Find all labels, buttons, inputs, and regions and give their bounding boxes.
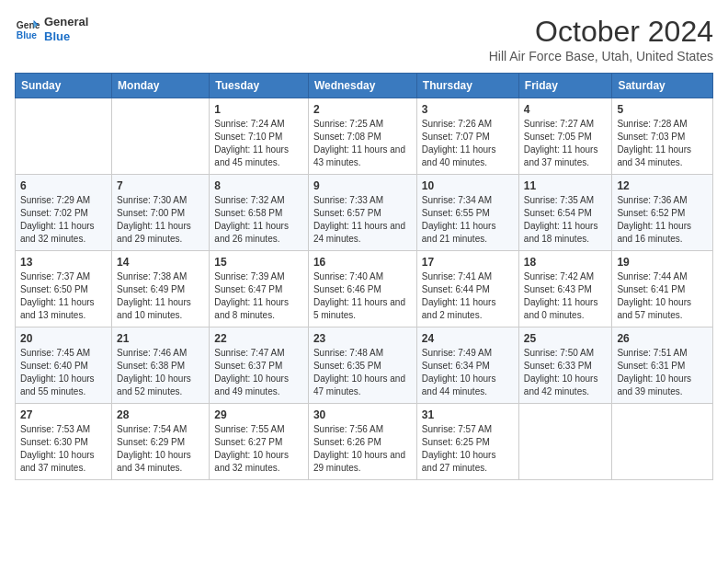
day-number: 24 (422, 332, 514, 345)
day-number: 18 (524, 256, 608, 269)
logo-line2: Blue (44, 29, 88, 44)
calendar-cell: 14Sunrise: 7:38 AM Sunset: 6:49 PM Dayli… (112, 251, 210, 327)
day-number: 4 (524, 103, 608, 116)
calendar-cell: 15Sunrise: 7:39 AM Sunset: 6:47 PM Dayli… (210, 251, 309, 327)
day-info: Sunrise: 7:47 AM Sunset: 6:37 PM Dayligh… (214, 347, 303, 398)
day-number: 10 (422, 179, 514, 192)
day-number: 26 (617, 332, 708, 345)
day-number: 9 (313, 179, 412, 192)
day-info: Sunrise: 7:25 AM Sunset: 7:08 PM Dayligh… (313, 118, 412, 169)
day-info: Sunrise: 7:42 AM Sunset: 6:43 PM Dayligh… (524, 270, 608, 322)
calendar-cell (612, 404, 713, 480)
calendar-cell: 16Sunrise: 7:40 AM Sunset: 6:46 PM Dayli… (308, 251, 416, 327)
day-number: 17 (422, 256, 514, 269)
calendar-cell: 31Sunrise: 7:57 AM Sunset: 6:25 PM Dayli… (416, 404, 518, 480)
calendar-cell: 24Sunrise: 7:49 AM Sunset: 6:34 PM Dayli… (416, 327, 518, 404)
header-thursday: Thursday (416, 74, 518, 98)
week-row-5: 27Sunrise: 7:53 AM Sunset: 6:30 PM Dayli… (16, 404, 713, 480)
day-info: Sunrise: 7:51 AM Sunset: 6:31 PM Dayligh… (617, 347, 708, 398)
calendar-cell: 25Sunrise: 7:50 AM Sunset: 6:33 PM Dayli… (518, 327, 612, 404)
day-number: 27 (20, 408, 107, 421)
calendar-cell: 1Sunrise: 7:24 AM Sunset: 7:10 PM Daylig… (210, 98, 309, 175)
calendar-cell: 12Sunrise: 7:36 AM Sunset: 6:52 PM Dayli… (612, 175, 713, 251)
calendar-cell: 7Sunrise: 7:30 AM Sunset: 7:00 PM Daylig… (112, 175, 210, 251)
header-sunday: Sunday (16, 74, 112, 98)
calendar-cell (518, 404, 612, 480)
day-info: Sunrise: 7:40 AM Sunset: 6:46 PM Dayligh… (313, 270, 412, 322)
calendar-cell: 22Sunrise: 7:47 AM Sunset: 6:37 PM Dayli… (210, 327, 309, 404)
calendar-cell: 18Sunrise: 7:42 AM Sunset: 6:43 PM Dayli… (518, 251, 612, 327)
day-number: 6 (20, 179, 107, 192)
day-number: 30 (313, 408, 412, 421)
day-number: 20 (20, 332, 107, 345)
calendar-cell (112, 98, 210, 175)
day-number: 21 (117, 332, 204, 345)
calendar-cell: 3Sunrise: 7:26 AM Sunset: 7:07 PM Daylig… (416, 98, 518, 175)
day-info: Sunrise: 7:27 AM Sunset: 7:05 PM Dayligh… (524, 118, 608, 169)
day-info: Sunrise: 7:56 AM Sunset: 6:26 PM Dayligh… (313, 423, 412, 475)
day-info: Sunrise: 7:24 AM Sunset: 7:10 PM Dayligh… (214, 118, 303, 169)
week-row-1: 1Sunrise: 7:24 AM Sunset: 7:10 PM Daylig… (16, 98, 713, 175)
day-info: Sunrise: 7:55 AM Sunset: 6:27 PM Dayligh… (214, 423, 303, 475)
day-info: Sunrise: 7:30 AM Sunset: 7:00 PM Dayligh… (117, 194, 204, 246)
day-info: Sunrise: 7:37 AM Sunset: 6:50 PM Dayligh… (20, 270, 107, 322)
day-number: 11 (524, 179, 608, 192)
calendar-cell: 9Sunrise: 7:33 AM Sunset: 6:57 PM Daylig… (308, 175, 416, 251)
day-number: 16 (313, 256, 412, 269)
day-info: Sunrise: 7:57 AM Sunset: 6:25 PM Dayligh… (422, 423, 514, 475)
calendar-cell: 5Sunrise: 7:28 AM Sunset: 7:03 PM Daylig… (612, 98, 713, 175)
day-info: Sunrise: 7:33 AM Sunset: 6:57 PM Dayligh… (313, 194, 412, 246)
calendar-cell: 11Sunrise: 7:35 AM Sunset: 6:54 PM Dayli… (518, 175, 612, 251)
calendar-cell: 4Sunrise: 7:27 AM Sunset: 7:05 PM Daylig… (518, 98, 612, 175)
day-number: 22 (214, 332, 303, 345)
day-number: 28 (117, 408, 204, 421)
svg-text:General: General (17, 20, 40, 30)
calendar-cell: 6Sunrise: 7:29 AM Sunset: 7:02 PM Daylig… (16, 175, 112, 251)
day-number: 29 (214, 408, 303, 421)
logo-line1: General (44, 15, 88, 29)
day-info: Sunrise: 7:32 AM Sunset: 6:58 PM Dayligh… (214, 194, 303, 246)
calendar-header-row: SundayMondayTuesdayWednesdayThursdayFrid… (16, 74, 713, 98)
subtitle: Hill Air Force Base, Utah, United States (489, 49, 713, 63)
day-info: Sunrise: 7:39 AM Sunset: 6:47 PM Dayligh… (214, 270, 303, 322)
day-info: Sunrise: 7:26 AM Sunset: 7:07 PM Dayligh… (422, 118, 514, 169)
day-info: Sunrise: 7:41 AM Sunset: 6:44 PM Dayligh… (422, 270, 514, 322)
day-number: 3 (422, 103, 514, 116)
day-info: Sunrise: 7:35 AM Sunset: 6:54 PM Dayligh… (524, 194, 608, 246)
calendar-cell: 17Sunrise: 7:41 AM Sunset: 6:44 PM Dayli… (416, 251, 518, 327)
day-info: Sunrise: 7:54 AM Sunset: 6:29 PM Dayligh… (117, 423, 204, 475)
header-friday: Friday (518, 74, 612, 98)
calendar-table: SundayMondayTuesdayWednesdayThursdayFrid… (15, 73, 713, 480)
calendar-cell: 13Sunrise: 7:37 AM Sunset: 6:50 PM Dayli… (16, 251, 112, 327)
day-info: Sunrise: 7:49 AM Sunset: 6:34 PM Dayligh… (422, 347, 514, 398)
header-tuesday: Tuesday (210, 74, 309, 98)
day-number: 31 (422, 408, 514, 421)
day-info: Sunrise: 7:38 AM Sunset: 6:49 PM Dayligh… (117, 270, 204, 322)
title-block: October 2024 Hill Air Force Base, Utah, … (489, 15, 713, 63)
logo-icon: General Blue (15, 17, 40, 42)
calendar-cell: 26Sunrise: 7:51 AM Sunset: 6:31 PM Dayli… (612, 327, 713, 404)
svg-text:Blue: Blue (17, 30, 38, 40)
day-number: 8 (214, 179, 303, 192)
day-number: 23 (313, 332, 412, 345)
month-title: October 2024 (489, 15, 713, 49)
calendar-cell: 19Sunrise: 7:44 AM Sunset: 6:41 PM Dayli… (612, 251, 713, 327)
day-info: Sunrise: 7:53 AM Sunset: 6:30 PM Dayligh… (20, 423, 107, 475)
calendar-cell: 30Sunrise: 7:56 AM Sunset: 6:26 PM Dayli… (308, 404, 416, 480)
calendar-cell: 20Sunrise: 7:45 AM Sunset: 6:40 PM Dayli… (16, 327, 112, 404)
calendar-cell: 27Sunrise: 7:53 AM Sunset: 6:30 PM Dayli… (16, 404, 112, 480)
day-info: Sunrise: 7:36 AM Sunset: 6:52 PM Dayligh… (617, 194, 708, 246)
day-number: 19 (617, 256, 708, 269)
day-info: Sunrise: 7:48 AM Sunset: 6:35 PM Dayligh… (313, 347, 412, 398)
day-number: 1 (214, 103, 303, 116)
calendar-cell: 10Sunrise: 7:34 AM Sunset: 6:55 PM Dayli… (416, 175, 518, 251)
day-number: 25 (524, 332, 608, 345)
day-info: Sunrise: 7:28 AM Sunset: 7:03 PM Dayligh… (617, 118, 708, 169)
week-row-3: 13Sunrise: 7:37 AM Sunset: 6:50 PM Dayli… (16, 251, 713, 327)
calendar-cell: 2Sunrise: 7:25 AM Sunset: 7:08 PM Daylig… (308, 98, 416, 175)
day-info: Sunrise: 7:50 AM Sunset: 6:33 PM Dayligh… (524, 347, 608, 398)
day-info: Sunrise: 7:45 AM Sunset: 6:40 PM Dayligh… (20, 347, 107, 398)
day-info: Sunrise: 7:46 AM Sunset: 6:38 PM Dayligh… (117, 347, 204, 398)
header-monday: Monday (112, 74, 210, 98)
calendar-cell: 28Sunrise: 7:54 AM Sunset: 6:29 PM Dayli… (112, 404, 210, 480)
